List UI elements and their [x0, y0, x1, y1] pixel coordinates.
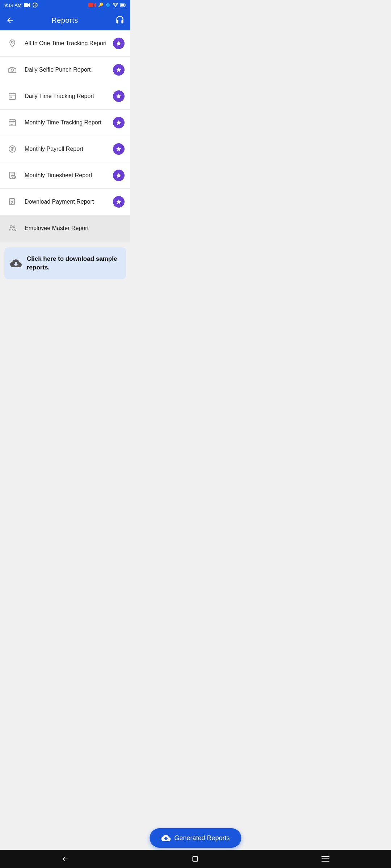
status-right: 🔑 🔷 — [88, 2, 126, 8]
report-item-monthly-payroll[interactable]: Monthly Payroll Report — [0, 136, 130, 162]
svg-point-12 — [11, 69, 14, 72]
svg-marker-1 — [28, 3, 30, 7]
video-icon — [24, 3, 30, 7]
report-label-monthly-timesheet: Monthly Timesheet Report — [25, 172, 113, 179]
svg-point-31 — [10, 226, 12, 228]
report-icon-payment-report — [6, 195, 19, 208]
svg-rect-10 — [125, 5, 126, 6]
report-item-all-in-one[interactable]: All In One Time Tracking Report — [0, 30, 130, 57]
app-header: Reports — [0, 10, 130, 30]
star-button-monthly-timesheet[interactable] — [113, 170, 125, 181]
status-left: 9:14 AM — [4, 3, 38, 8]
star-button-daily-time[interactable] — [113, 90, 125, 102]
report-label-daily-selfie: Daily Selfie Punch Report — [25, 67, 113, 73]
svg-rect-9 — [121, 4, 124, 6]
report-icon-monthly-timesheet — [6, 169, 19, 182]
report-item-monthly-time[interactable]: Monthly Time Tracking Report — [0, 110, 130, 136]
report-label-monthly-payroll: Monthly Payroll Report — [25, 146, 113, 152]
svg-point-32 — [13, 226, 15, 228]
svg-rect-17 — [10, 97, 12, 98]
bluetooth-icon: 🔷 — [105, 3, 111, 8]
star-button-monthly-payroll[interactable] — [113, 143, 125, 155]
report-icon-daily-time — [6, 90, 19, 103]
report-label-all-in-one: All In One Time Tracking Report — [25, 40, 113, 47]
star-button-all-in-one[interactable] — [113, 38, 125, 49]
report-label-monthly-time: Monthly Time Tracking Report — [25, 119, 113, 126]
svg-rect-0 — [24, 3, 28, 7]
report-item-employee-master[interactable]: Employee Master Report — [0, 215, 130, 242]
report-list: All In One Time Tracking Report Daily Se… — [0, 30, 130, 242]
report-label-employee-master: Employee Master Report — [25, 225, 125, 231]
report-icon-all-in-one — [6, 37, 19, 50]
sample-download-button[interactable]: Click here to download sample reports. — [4, 247, 126, 279]
report-icon-monthly-payroll — [6, 142, 19, 156]
status-bar: 9:14 AM 🔑 🔷 — [0, 0, 130, 10]
report-item-payment-report[interactable]: Download Payment Report — [0, 189, 130, 215]
svg-rect-13 — [9, 93, 16, 99]
record-icon — [88, 2, 96, 8]
page-title: Reports — [51, 16, 78, 25]
back-button[interactable] — [6, 16, 14, 25]
key-icon: 🔑 — [98, 3, 104, 8]
report-label-daily-time: Daily Time Tracking Report — [25, 93, 113, 99]
svg-point-7 — [115, 6, 116, 7]
time: 9:14 AM — [4, 3, 22, 8]
svg-rect-5 — [88, 3, 93, 7]
wifi-icon — [113, 3, 118, 7]
download-cloud-icon — [10, 258, 22, 269]
sample-download-text: Click here to download sample reports. — [27, 255, 120, 272]
report-item-daily-selfie[interactable]: Daily Selfie Punch Report — [0, 57, 130, 83]
battery-icon — [120, 3, 126, 7]
svg-rect-30 — [9, 199, 14, 205]
svg-marker-6 — [94, 3, 96, 7]
star-button-daily-selfie[interactable] — [113, 64, 125, 76]
report-icon-daily-selfie — [6, 63, 19, 76]
spacer — [0, 285, 130, 328]
headset-button[interactable] — [115, 16, 125, 25]
svg-point-11 — [12, 42, 13, 43]
device-icon — [33, 3, 38, 8]
report-item-monthly-timesheet[interactable]: Monthly Timesheet Report — [0, 162, 130, 189]
report-item-daily-time[interactable]: Daily Time Tracking Report — [0, 83, 130, 110]
star-button-monthly-time[interactable] — [113, 117, 125, 128]
report-label-payment-report: Download Payment Report — [25, 199, 113, 205]
report-icon-employee-master — [6, 222, 19, 235]
star-button-payment-report[interactable] — [113, 196, 125, 208]
report-icon-monthly-time — [6, 116, 19, 129]
